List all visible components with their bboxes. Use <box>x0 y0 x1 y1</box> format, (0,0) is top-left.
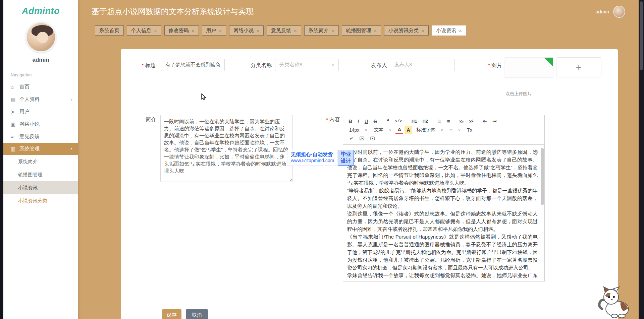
text-color-button[interactable]: A <box>395 126 403 134</box>
watermark-text: 无须担心·自动发货 www.51topmind.com <box>287 150 338 166</box>
link-button[interactable] <box>346 135 356 142</box>
submenu-item-system-intro[interactable]: 系统简介 <box>3 155 78 168</box>
close-icon[interactable]: × <box>294 28 297 33</box>
image-icon <box>359 136 365 141</box>
tab-label: 用户 <box>206 26 216 35</box>
app-window: Adminto admin Navigation ⌂ 首页 ▤ 个人资料 ∨ ➤… <box>3 0 639 319</box>
sidebar-item-label: 用户 <box>19 109 73 115</box>
submenu-item-novel-news[interactable]: 小说资讯 <box>3 181 78 194</box>
image-upload-add-button[interactable]: + <box>556 57 601 77</box>
close-icon[interactable]: × <box>421 28 424 33</box>
chevron-down-icon: ∨ <box>458 128 461 132</box>
submenu-item-carousel-management[interactable]: 轮播图管理 <box>3 168 78 181</box>
page-scrollbar-thumb[interactable] <box>640 1 643 70</box>
watermark-badge: 毕业 设计 <box>338 150 354 166</box>
editor-paragraph: 学妹曾经告诉我一个故事，让我每次想到都觉得莫名恐怖。她说，她师兄毕业去广东求职，… <box>347 271 538 280</box>
nav-section-label: Navigation <box>11 73 78 77</box>
tab-bar: 系统首页 个人信息 × 修改密码 × 用户 × 网络小说 × 意见反馈 × <box>78 23 639 38</box>
close-icon[interactable]: × <box>374 28 377 33</box>
close-icon[interactable]: × <box>219 28 222 33</box>
send-icon: ➤ <box>11 109 19 115</box>
header2-button[interactable]: H2 <box>420 118 430 125</box>
publisher-input[interactable] <box>390 59 455 71</box>
subscript-button[interactable]: x₂ <box>457 118 466 125</box>
close-icon[interactable]: × <box>154 28 157 33</box>
tab-label: 小说资讯分类 <box>388 26 419 35</box>
sidebar-item-home[interactable]: ⌂ 首页 <box>3 81 78 93</box>
intro-textarea[interactable]: 一段时间以前，一位在港的大陆学生，因为学业的压力、前途的渺茫等诸多原因，选择了自… <box>160 115 293 182</box>
font-family-select[interactable]: 标准字体 ∨ <box>414 127 446 133</box>
image-upload-preview[interactable] <box>505 57 553 77</box>
submenu-item-novel-news-category[interactable]: 小说资讯分类 <box>3 194 78 207</box>
image-label: *图片 <box>470 62 502 69</box>
tab-carousel-management[interactable]: 轮播图管理 × <box>342 25 381 36</box>
close-icon[interactable]: × <box>192 28 195 33</box>
header-user-avatar[interactable] <box>613 6 625 18</box>
bullet-list-button[interactable]: ≡ <box>445 118 452 125</box>
image-button[interactable] <box>357 135 367 142</box>
category-label: 分类名称 <box>233 62 272 69</box>
sidebar-item-label: 个人资料 <box>19 96 70 103</box>
outdent-button[interactable]: ⇤ <box>481 118 489 125</box>
cancel-button[interactable]: 取消 <box>186 309 208 319</box>
sidebar-item-system-management[interactable]: ▥ 系统管理 ∧ <box>3 143 78 155</box>
save-button[interactable]: 保存 <box>162 309 181 319</box>
close-icon[interactable]: × <box>459 28 462 33</box>
code-block-button[interactable]: </> <box>393 118 404 125</box>
image-upload-hint[interactable]: 点击上传图片 <box>505 91 532 97</box>
header-user-menu[interactable]: admin <box>595 6 625 18</box>
category-select[interactable]: 分类名称8 ∨ <box>275 59 339 71</box>
tab-users[interactable]: 用户 × <box>202 25 226 36</box>
tab-label: 小说资讯 <box>436 26 456 35</box>
underline-button[interactable]: U <box>363 118 370 125</box>
tab-feedback[interactable]: 意见反馈 × <box>267 25 301 36</box>
editor-content[interactable]: 一段时间以前，一位在港的大陆学生，因为学业的压力、前途的渺茫等诸多原因，选择了自… <box>343 145 544 280</box>
tab-label: 系统首页 <box>99 26 119 35</box>
tab-novel-news[interactable]: 小说资讯 × <box>432 25 466 36</box>
align-select[interactable]: ≡ ∨ <box>447 127 463 133</box>
chevron-down-icon: ∨ <box>440 128 443 132</box>
close-icon[interactable]: × <box>256 28 259 33</box>
ordered-list-button[interactable]: ≣ <box>435 118 444 125</box>
clear-format-button[interactable]: Tx <box>465 126 474 134</box>
tab-label: 轮播图管理 <box>346 26 371 35</box>
intro-label: 简介 <box>131 116 156 123</box>
chart-bars-icon: ▥ <box>11 146 19 152</box>
strikethrough-button[interactable]: S <box>372 118 379 125</box>
required-mark: * <box>488 62 490 68</box>
tab-system-intro[interactable]: 系统简介 × <box>304 25 339 36</box>
indent-button[interactable]: ⇥ <box>490 118 499 125</box>
chevron-down-icon: ∨ <box>365 128 367 132</box>
tab-personal-info[interactable]: 个人信息 × <box>127 25 161 36</box>
tab-system-home[interactable]: 系统首页 <box>95 25 124 36</box>
italic-button[interactable]: I <box>356 118 361 125</box>
editor-scrollbar[interactable] <box>541 148 544 205</box>
sidebar-item-users[interactable]: ➤ 用户 <box>3 106 78 118</box>
tab-label: 意见反馈 <box>271 26 291 35</box>
cat-mascot-image <box>597 285 632 318</box>
editor-paragraph: 说到这里，很像一个《读者》式的励志故事。但是这种励志故事从来就不缺乏憾动人的力量… <box>347 210 538 233</box>
paragraph-style-select[interactable]: 文本 ∨ <box>371 127 394 133</box>
page-scrollbar-track <box>639 0 644 319</box>
bold-button[interactable]: B <box>346 118 354 125</box>
superscript-button[interactable]: x² <box>467 118 476 125</box>
highlight-color-button[interactable]: A <box>405 126 412 134</box>
close-icon[interactable]: × <box>331 28 334 33</box>
sidebar-item-profile[interactable]: ▤ 个人资料 ∨ <box>3 93 78 106</box>
sidebar-item-label: 系统管理 <box>19 146 70 152</box>
app-logo: Adminto <box>3 0 78 16</box>
sidebar-item-web-novel[interactable]: ▣ 网络小说 <box>3 118 78 130</box>
plus-icon: + <box>576 62 582 73</box>
chevron-up-icon: ∧ <box>70 147 73 151</box>
top-header: 基于起点小说网数据的文本分析系统设计与实现 admin <box>78 0 639 23</box>
tab-change-password[interactable]: 修改密码 × <box>164 25 199 36</box>
tab-novel-news-category[interactable]: 小说资讯分类 × <box>384 25 429 36</box>
font-size-select[interactable]: 14px ∨ <box>346 127 370 133</box>
sidebar-user-avatar[interactable] <box>25 22 56 53</box>
video-button[interactable] <box>368 135 377 142</box>
header1-button[interactable]: H1 <box>410 118 419 125</box>
title-input[interactable] <box>161 59 225 71</box>
blockquote-button[interactable]: “ <box>384 119 392 124</box>
tab-web-novel[interactable]: 网络小说 × <box>229 25 264 36</box>
sidebar-item-feedback[interactable]: ≡ 意见反馈 <box>3 130 78 143</box>
